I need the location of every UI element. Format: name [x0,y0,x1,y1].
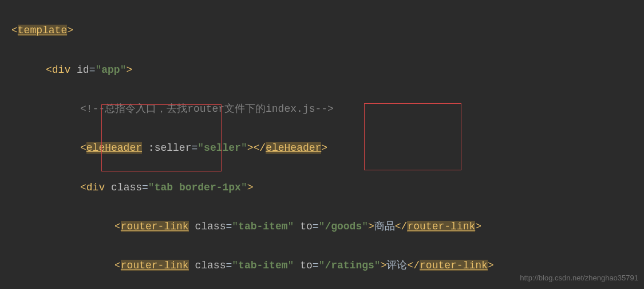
code-line-1: <template> [11,21,644,40]
code-line-2: <div id="app"> [11,60,644,80]
code-line-4: <eleHeader :seller="seller"></eleHeader> [11,138,644,158]
code-line-6: <router-link class="tab-item" to="/goods… [11,217,644,236]
watermark-text: http://blog.csdn.net/zhenghao35791 [520,271,638,286]
code-line-3: <!--总指令入口，去找router文件下的index.js--> [11,99,644,119]
code-line-5: <div class="tab border-1px"> [11,178,644,197]
code-editor[interactable]: <template> <div id="app"> <!--总指令入口，去找ro… [0,0,644,289]
